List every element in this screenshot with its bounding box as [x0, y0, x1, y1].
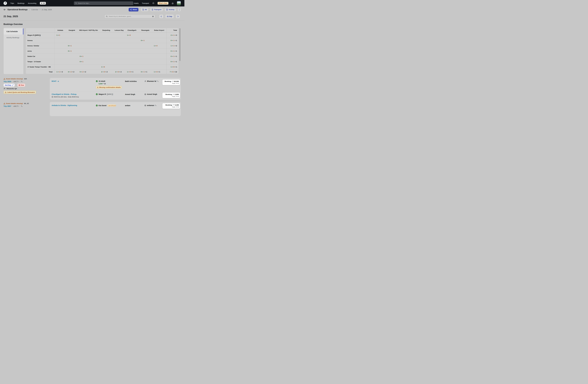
trip-info-panel: Guest details missing! 4A, 1C Trip 3557 … — [3, 103, 49, 106]
nav-item-hotels[interactable]: Hotels — [134, 2, 139, 4]
trip-info-panel: Guest details missing! 15A Trip 3559 ABC… — [3, 78, 49, 94]
tab-cab-schedule[interactable]: Cab Schedule — [4, 28, 23, 35]
schedule-cell — [125, 48, 139, 54]
schedule-cell — [113, 59, 125, 64]
search-icon — [106, 16, 108, 17]
schedule-row: Sedan Car0 + 10 + 1 = 1 — [26, 54, 179, 59]
nav-item-bookings[interactable]: Bookings — [18, 2, 24, 4]
schedule-header-row: AmbalaGangtokIXB Airport / NJP Rly StnDa… — [26, 28, 179, 33]
phone-icon[interactable] — [21, 105, 23, 106]
table-scrollbar-thumb[interactable] — [179, 28, 180, 61]
day-chip[interactable]: 2nd Day — [3, 84, 15, 87]
trip-search[interactable] — [74, 1, 133, 5]
booking-amount: 2,800 — [175, 94, 179, 95]
trip-search-input[interactable] — [78, 2, 132, 4]
steering-wheel-icon — [145, 105, 146, 106]
trip-line: Trip 3559 ABCTr — [3, 80, 49, 82]
booking-title-link[interactable]: Ambala to Shimla - Sightseeing — [52, 104, 96, 106]
phone-icon[interactable] — [21, 81, 23, 82]
schedule-cell — [152, 48, 167, 54]
schedule-cell — [54, 59, 66, 64]
booking-amount: 60,000 — [174, 80, 179, 82]
current-date-button[interactable]: 21 Sep — [165, 15, 174, 18]
column-header: Ambala — [54, 28, 66, 33]
export-activity-button[interactable]: Activity — [165, 8, 176, 11]
notifications-bell-icon[interactable] — [152, 2, 154, 4]
guest-name: Bhanwar lal — [147, 80, 156, 82]
date-bar: 21 Sep, 2025 21 Sep — [0, 13, 184, 20]
column-header: Darjeeling — [99, 28, 113, 33]
due-label: Due — [21, 84, 24, 86]
vehicle-label: Wagon R [[WRC]] — [26, 33, 54, 38]
nav-item-accounting[interactable]: Accounting — [28, 2, 36, 4]
chevron-right-icon — [177, 16, 179, 17]
row-total-cell: 0 + 1 = 1 — [167, 38, 179, 43]
schedule-row: Wagon R [[WRC]]1 + 11 + 02 + 1 = 3 — [26, 33, 179, 38]
phone-icon[interactable] — [155, 105, 157, 106]
partner-name: Babli Activities — [125, 80, 137, 82]
pax-line: 15 Adult — [96, 80, 125, 82]
home-icon[interactable] — [171, 2, 174, 4]
header-actions: Share All Transport Activity — [129, 8, 181, 11]
schedule-cell: 0 + 1 — [139, 38, 152, 43]
guest-details-alert: Guest details missing! 4A, 1C — [3, 103, 49, 104]
bookings-search-input[interactable] — [109, 16, 151, 17]
whats-new-badge[interactable]: What's New — [158, 2, 168, 5]
trip-line: Trip 3557 ABCTr — [3, 105, 49, 106]
rate-line: 4,000 * 15 — [99, 83, 125, 85]
trip-id-link[interactable]: Trip 3557 — [3, 105, 11, 106]
vehicle-label: Sedan Car — [26, 54, 54, 59]
row-total-cell: 1 + 1 = 2 — [167, 43, 179, 48]
schedule-cell — [66, 38, 78, 43]
nav-item-trips[interactable]: Trips — [10, 2, 14, 4]
export-transport-button[interactable]: Transport — [150, 8, 163, 11]
currency-code: INR — [176, 83, 178, 84]
trip-code: ABCTr — [13, 80, 19, 82]
luggage-count-badge[interactable]: 15 — [40, 2, 46, 5]
schedule-cell — [78, 38, 99, 43]
filter-sliders-icon[interactable] — [152, 16, 154, 17]
schedule-cell — [78, 43, 99, 48]
schedule-row: Innova0 + 10 + 1 = 1 — [26, 38, 179, 43]
schedule-cell — [66, 54, 78, 59]
more-options-kebab-button[interactable] — [178, 8, 181, 11]
bookings-search[interactable] — [105, 15, 155, 18]
trip-code: ABCTr — [13, 105, 19, 106]
user-avatar[interactable] — [177, 1, 181, 5]
column-header: Ravangala — [139, 28, 152, 33]
breadcrumb-calendar[interactable]: Calendar — [31, 9, 38, 11]
vehicle-label: Innova / Similar — [26, 43, 54, 48]
cab-schedule-table-container: AmbalaGangtokIXB Airport / NJP Rly StnDa… — [25, 28, 179, 74]
paid-label: Paid: — [172, 83, 175, 84]
share-button[interactable]: Share — [129, 8, 138, 11]
booking-title-link[interactable]: BOAT - a — [52, 80, 96, 82]
brand-logo[interactable]: 7 — [3, 1, 7, 5]
price-box: Booking:INR60,000 Paid:INR0 — [162, 79, 180, 85]
schedule-cell — [139, 54, 152, 59]
trip-id-link[interactable]: Trip 3559 — [3, 80, 11, 82]
time-line: 06:00 hrs (50 mins - Ends 06:50 hrs) — [52, 96, 96, 98]
schedule-cell — [54, 48, 66, 54]
schedule-cell — [139, 48, 152, 54]
dot-separator — [16, 85, 16, 85]
nav-item-transport[interactable]: Transport — [142, 2, 149, 4]
partner-name: Anmol Singh — [125, 94, 135, 95]
export-activity-label: Activity — [169, 9, 174, 10]
phone-icon[interactable] — [157, 80, 159, 82]
cab-schedule-table: AmbalaGangtokIXB Airport / NJP Rly StnDa… — [26, 28, 179, 74]
row-total-cell: 1 + 0 = 1 — [167, 64, 179, 70]
back-arrow-icon[interactable] — [3, 9, 6, 11]
next-day-button[interactable] — [176, 15, 180, 18]
schedule-cell — [78, 64, 99, 70]
schedule-cell — [152, 64, 167, 70]
tab-activity-bookings[interactable]: Activity Bookings — [4, 35, 23, 41]
schedule-cell — [139, 33, 152, 38]
currency-code: INR — [173, 94, 175, 95]
row-total-cell: 0 + 1 = 1 — [167, 48, 179, 54]
previous-day-button[interactable] — [159, 15, 163, 18]
booking-title-link[interactable]: Chandigarh to Shimla - Pickup. — [52, 93, 96, 95]
steering-wheel-icon — [145, 94, 146, 95]
export-all-button[interactable]: All — [141, 8, 148, 11]
vehicle-label: verna — [26, 48, 54, 54]
due-status-badge: Due — [17, 84, 25, 87]
